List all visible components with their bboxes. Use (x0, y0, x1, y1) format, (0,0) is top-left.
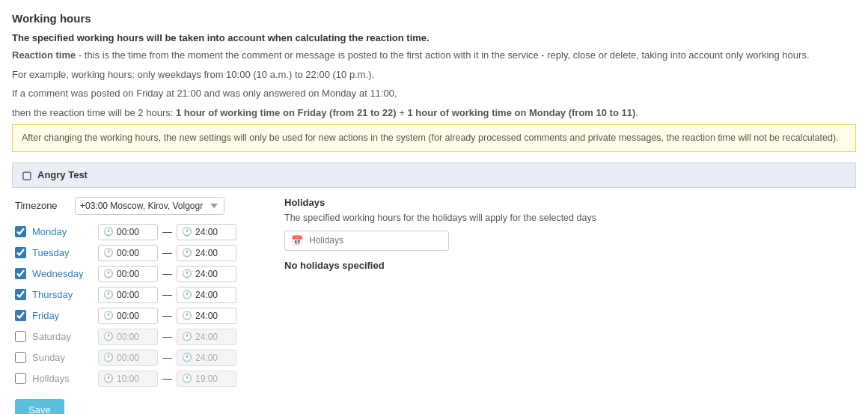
end-time-input[interactable] (195, 227, 229, 237)
clock-icon: 🕐 (103, 227, 114, 237)
clock-icon: 🕐 (103, 290, 114, 299)
clock-icon: 🕐 (103, 248, 114, 258)
start-time-wrapper: 🕐 (98, 245, 158, 261)
time-group-wednesday: 🕐—🕐 (98, 266, 236, 282)
end-time-wrapper: 🕐 (177, 266, 236, 282)
end-time-wrapper: 🕐 (177, 329, 236, 345)
day-label-friday: Friday (32, 310, 92, 321)
end-time-input (195, 332, 229, 342)
day-label-tuesday: Tuesday (32, 247, 92, 258)
no-holidays-text: No holidays specified (284, 260, 853, 271)
timezone-label: Timezone (15, 200, 67, 211)
day-checkbox-friday[interactable] (15, 310, 26, 321)
time-group-tuesday: 🕐—🕐 (98, 245, 236, 261)
timezone-row: Timezone +03:00 Moscow, Kirov, Volgogr (15, 197, 254, 215)
day-checkbox-saturday[interactable] (15, 331, 26, 342)
time-group-sunday: 🕐—🕐 (98, 350, 236, 366)
start-time-wrapper: 🕐 (98, 350, 158, 366)
start-time-input[interactable] (117, 290, 150, 300)
end-time-input[interactable] (195, 248, 229, 258)
end-time-wrapper: 🕐 (177, 371, 236, 387)
clock-icon: 🕐 (103, 374, 114, 383)
day-row: Holidays🕐—🕐 (15, 371, 254, 387)
time-separator: — (162, 352, 172, 363)
timezone-select[interactable]: +03:00 Moscow, Kirov, Volgogr (75, 197, 224, 215)
start-time-wrapper: 🕐 (98, 287, 158, 303)
end-time-wrapper: 🕐 (177, 350, 236, 366)
end-time-wrapper: 🕐 (177, 308, 236, 324)
time-separator: — (162, 310, 172, 321)
left-panel: Timezone +03:00 Moscow, Kirov, Volgogr M… (15, 197, 254, 414)
day-checkbox-thursday[interactable] (15, 289, 26, 300)
folder-icon: ▢ (22, 169, 31, 181)
end-time-input[interactable] (195, 290, 229, 300)
day-checkbox-tuesday[interactable] (15, 247, 26, 258)
clock-icon: 🕐 (103, 311, 114, 320)
example-line2: If a comment was posted on Friday at 21:… (12, 86, 856, 101)
time-separator: — (162, 373, 172, 384)
day-label-holidays: Holidays (32, 373, 92, 384)
day-row: Friday🕐—🕐 (15, 308, 254, 324)
description-bold: The specified working hours will be take… (12, 32, 856, 43)
warning-box: After changing the working hours, the ne… (12, 124, 856, 152)
clock-icon: 🕐 (182, 269, 192, 278)
day-row: Sunday🕐—🕐 (15, 350, 254, 366)
time-separator: — (162, 289, 172, 300)
day-label-sunday: Sunday (32, 352, 92, 363)
holidays-input[interactable] (309, 235, 429, 246)
start-time-input[interactable] (117, 311, 150, 321)
clock-icon: 🕐 (182, 290, 192, 299)
start-time-input (117, 332, 150, 342)
start-time-wrapper: 🕐 (98, 308, 158, 324)
day-checkbox-holidays[interactable] (15, 373, 26, 384)
example-line3: then the reaction time will be 2 hours: … (12, 106, 856, 121)
holidays-desc: The specified working hours for the holi… (284, 213, 853, 223)
day-label-thursday: Thursday (32, 289, 92, 300)
section-header: ▢ Angry Test (12, 162, 856, 188)
start-time-input[interactable] (117, 248, 150, 258)
start-time-input (117, 374, 150, 384)
time-group-thursday: 🕐—🕐 (98, 287, 236, 303)
clock-icon: 🕐 (103, 332, 114, 341)
start-time-input[interactable] (117, 227, 150, 237)
day-checkbox-wednesday[interactable] (15, 268, 26, 279)
time-group-friday: 🕐—🕐 (98, 308, 236, 324)
day-label-wednesday: Wednesday (32, 268, 92, 279)
holidays-section: Holidays The specified working hours for… (284, 197, 853, 271)
time-separator: — (162, 247, 172, 258)
holidays-title: Holidays (284, 197, 853, 208)
day-row: Monday🕐—🕐 (15, 224, 254, 240)
day-label-monday: Monday (32, 226, 92, 237)
day-checkbox-sunday[interactable] (15, 352, 26, 363)
day-label-saturday: Saturday (32, 331, 92, 342)
example-line1: For example, working hours: only weekday… (12, 67, 856, 82)
start-time-wrapper: 🕐 (98, 224, 158, 240)
page-title: Working hours (12, 12, 856, 25)
clock-icon: 🕐 (182, 332, 192, 341)
clock-icon: 🕐 (182, 311, 192, 320)
clock-icon: 🕐 (182, 248, 192, 258)
end-time-input (195, 353, 229, 363)
clock-icon: 🕐 (182, 227, 192, 237)
end-time-wrapper: 🕐 (177, 224, 236, 240)
start-time-input[interactable] (117, 269, 150, 279)
day-row: Tuesday🕐—🕐 (15, 245, 254, 261)
time-group-monday: 🕐—🕐 (98, 224, 236, 240)
clock-icon: 🕐 (103, 269, 114, 278)
time-separator: — (162, 268, 172, 279)
time-separator: — (162, 331, 172, 342)
save-button[interactable]: Save (15, 399, 64, 414)
end-time-wrapper: 🕐 (177, 245, 236, 261)
end-time-wrapper: 🕐 (177, 287, 236, 303)
time-group-saturday: 🕐—🕐 (98, 329, 236, 345)
holidays-input-wrapper[interactable]: 📅 (284, 231, 449, 251)
start-time-wrapper: 🕐 (98, 329, 158, 345)
start-time-wrapper: 🕐 (98, 371, 158, 387)
main-content: Timezone +03:00 Moscow, Kirov, Volgogr M… (12, 197, 856, 414)
section-title: Angry Test (37, 169, 88, 180)
end-time-input[interactable] (195, 269, 229, 279)
start-time-wrapper: 🕐 (98, 266, 158, 282)
day-row: Saturday🕐—🕐 (15, 329, 254, 345)
day-checkbox-monday[interactable] (15, 226, 26, 237)
end-time-input[interactable] (195, 311, 229, 321)
